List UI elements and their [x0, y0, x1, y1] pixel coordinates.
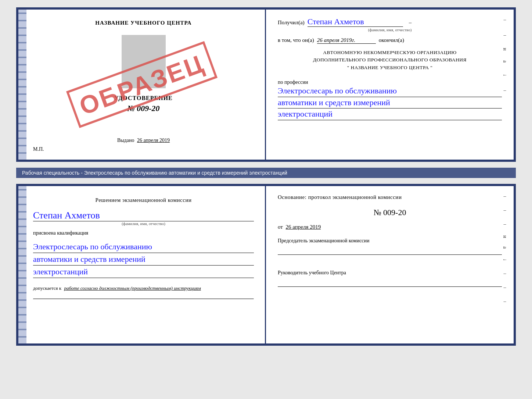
profession-line1: Электрослесарь по обслуживанию: [278, 85, 502, 97]
chairman-block: Председатель экзаменационной комиссии: [278, 237, 502, 255]
org-block: АВТОНОМНУЮ НЕКОММЕРЧЕСКУЮ ОРГАНИЗАЦИЮ ДО…: [278, 49, 502, 71]
mp-label: М.П.: [33, 146, 44, 152]
side-marks-top: – – и а ← –: [502, 17, 508, 93]
recipient-sublabel: (фамилия, имя, отчество): [278, 28, 502, 32]
date-prefix: в том, что он(а): [278, 37, 314, 43]
top-doc-left: НАЗВАНИЕ УЧЕБНОГО ЦЕНТРА УДОСТОВЕРЕНИЕ №…: [18, 10, 266, 160]
recipient-prefix: Получил(а): [278, 19, 305, 26]
profession-block: по профессии Электрослесарь по обслужива…: [278, 76, 502, 120]
commission-title: Решением экзаменационной комиссии: [33, 196, 254, 204]
photo-placeholder: [122, 35, 166, 88]
date-prefix: от: [278, 224, 283, 230]
basis-title: Основание: протокол экзаменационной коми…: [278, 193, 502, 201]
profession-line3: электростанций: [278, 108, 502, 120]
protocol-date-value: 26 апреля 2019: [286, 224, 321, 230]
qualification-block: Электрослесарь по обслуживанию автоматик…: [33, 241, 254, 278]
date-value: 26 апреля 2019г.: [317, 37, 376, 44]
top-document: НАЗВАНИЕ УЧЕБНОГО ЦЕНТРА УДОСТОВЕРЕНИЕ №…: [16, 7, 516, 162]
top-doc-right: Получил(а) Степан Ахметов – (фамилия, им…: [266, 10, 514, 160]
admission-value: работе согласно должностным (производств…: [64, 285, 201, 291]
cert-title: УДОСТОВЕРЕНИЕ: [114, 95, 173, 101]
bottom-doc-right: Основание: протокол экзаменационной коми…: [266, 186, 514, 343]
date-suffix: окончил(а): [379, 37, 404, 43]
cert-number: № 009-20: [127, 104, 160, 113]
profession-label: по профессии: [278, 79, 502, 85]
org-line2: ДОПОЛНИТЕЛЬНОГО ПРОФЕССИОНАЛЬНОГО ОБРАЗО…: [278, 56, 502, 64]
issued-line: Выдано 26 апреля 2019: [117, 138, 170, 143]
bottom-separator: [33, 299, 254, 299]
recipient-name: Степан Ахметов: [308, 17, 403, 27]
person-block: Степан Ахметов (фамилия, имя, отчество): [33, 209, 254, 226]
issued-prefix: Выдано: [117, 138, 134, 143]
qual-line2: автоматики и средств измерений: [33, 253, 254, 266]
person-sublabel: (фамилия, имя, отчество): [33, 221, 254, 226]
specialty-bar: Рабочая специальность - Электрослесарь п…: [16, 168, 516, 178]
date-block: в том, что он(а) 26 апреля 2019г. окончи…: [278, 37, 502, 44]
director-label: Руководитель учебного Центра: [278, 269, 502, 277]
admission-prefix: допускается к: [33, 285, 61, 291]
protocol-number: № 009-20: [278, 208, 502, 217]
bottom-doc-left: Решением экзаменационной комиссии Степан…: [18, 186, 266, 343]
qual-line1: Электрослесарь по обслуживанию: [33, 241, 254, 253]
specialty-text: Рабочая специальность - Электрослесарь п…: [22, 170, 287, 176]
chairman-label: Председатель экзаменационной комиссии: [278, 237, 502, 245]
side-marks-bottom: – – – и а ← – – –: [502, 193, 508, 304]
director-signature-line: [278, 279, 502, 287]
qual-line3: электростанций: [33, 266, 254, 278]
chairman-signature-line: [278, 247, 502, 255]
dash1: –: [409, 19, 412, 26]
bottom-left-spine: [18, 186, 26, 343]
org-line3: " НАЗВАНИЕ УЧЕБНОГО ЦЕНТРА ": [278, 64, 502, 71]
org-line1: АВТОНОМНУЮ НЕКОММЕРЧЕСКУЮ ОРГАНИЗАЦИЮ: [278, 49, 502, 56]
recipient-row: Получил(а) Степан Ахметов –: [278, 17, 502, 27]
profession-line2: автоматики и средств измерений: [278, 97, 502, 109]
director-block: Руководитель учебного Центра: [278, 269, 502, 287]
person-name: Степан Ахметов: [33, 210, 254, 221]
recipient-block: Получил(а) Степан Ахметов – (фамилия, им…: [278, 17, 502, 32]
qualification-prefix: присвоена квалификация: [33, 230, 254, 236]
protocol-date: от 26 апреля 2019: [278, 224, 502, 230]
issued-date: 26 апреля 2019: [137, 138, 170, 143]
admission-block: допускается к работе согласно должностны…: [33, 285, 254, 291]
school-title: НАЗВАНИЕ УЧЕБНОГО ЦЕНТРА: [95, 20, 191, 26]
bottom-document: Решением экзаменационной комиссии Степан…: [16, 184, 516, 346]
